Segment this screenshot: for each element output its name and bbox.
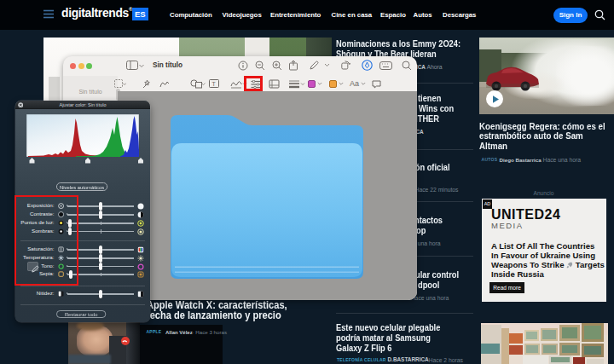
svg-text:T: T xyxy=(212,81,217,87)
